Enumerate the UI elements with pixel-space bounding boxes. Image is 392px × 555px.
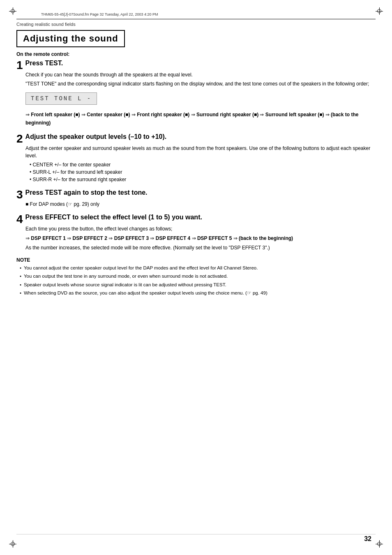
step-1: 1 Press TEST. Check if you can hear the …	[16, 60, 376, 127]
note-section: NOTE You cannot adjust the center speake…	[16, 257, 376, 297]
top-rule	[16, 19, 376, 19]
step-3-number: 3	[16, 189, 23, 200]
step-1-number: 1	[16, 60, 23, 71]
note-item-4: When selecting DVD as the source, you ca…	[20, 290, 376, 297]
step-4: 4 Press EFFECT to select the effect leve…	[16, 214, 376, 251]
step-3-dap-note: ■ For DAP modes (☞ pg. 29) only	[25, 200, 376, 208]
note-item-2: You can output the test tone in any surr…	[20, 273, 376, 280]
note-item-1: You cannot adjust the center speaker out…	[20, 265, 376, 272]
step-1-para-1: Check if you can hear the sounds through…	[25, 71, 376, 78]
note-label: NOTE	[16, 257, 376, 263]
step-3: 3 Press TEST again to stop the test tone…	[16, 189, 376, 208]
remote-label: On the remote control:	[16, 51, 376, 57]
bottom-rule	[16, 534, 376, 534]
step-4-after-para: As the number increases, the selected mo…	[25, 244, 376, 251]
step-2-para: Adjust the center speaker and surround s…	[25, 145, 376, 159]
dsp-flow: ⇒ DSP EFFECT 1 ⇒ DSP EFFECT 2 ⇒ DSP EFFE…	[25, 234, 376, 242]
step-4-number: 4	[16, 214, 23, 225]
note-item-3: Speaker output levels whose source signa…	[20, 281, 376, 288]
step-2-title: Adjust the speaker output levels (–10 to…	[16, 133, 376, 140]
corner-mark-tl	[9, 7, 16, 15]
bullet-surrr: SURR-R +/– for the surround right speake…	[30, 176, 376, 183]
step-4-para: Each time you press the button, the effe…	[25, 225, 376, 233]
display-lcd: TEST TONE L -	[25, 92, 97, 105]
file-info: THM65-55-45[J]-07Sound.fm Page 32 Tuesda…	[41, 12, 376, 16]
step-1-title: Press TEST.	[16, 60, 376, 67]
bullet-surrl: SURR-L +/– for the surround left speaker	[30, 168, 376, 176]
step-2-number: 2	[16, 133, 23, 145]
corner-mark-br	[376, 540, 383, 548]
step-4-title: Press EFFECT to select the effect level …	[16, 214, 376, 221]
page-number: 32	[364, 535, 371, 543]
bullet-center: CENTER +/– for the center speaker	[30, 161, 376, 168]
speaker-flow: ⇒ Front left speaker (■) ⇒ Center speake…	[25, 111, 376, 127]
corner-mark-bl	[9, 540, 16, 548]
step-1-para-2: "TEST TONE" and the corresponding signal…	[25, 80, 376, 88]
section-heading: Creating realistic sound fields	[16, 22, 376, 27]
corner-mark-tr	[376, 7, 383, 15]
page-title: Adjusting the sound	[23, 33, 118, 44]
step-2: 2 Adjust the speaker output levels (–10 …	[16, 133, 376, 183]
note-list: You cannot adjust the center speaker out…	[20, 265, 376, 297]
title-box: Adjusting the sound	[16, 30, 125, 47]
step-2-bullets: CENTER +/– for the center speaker SURR-L…	[30, 161, 376, 183]
step-3-title: Press TEST again to stop the test tone.	[16, 189, 376, 196]
